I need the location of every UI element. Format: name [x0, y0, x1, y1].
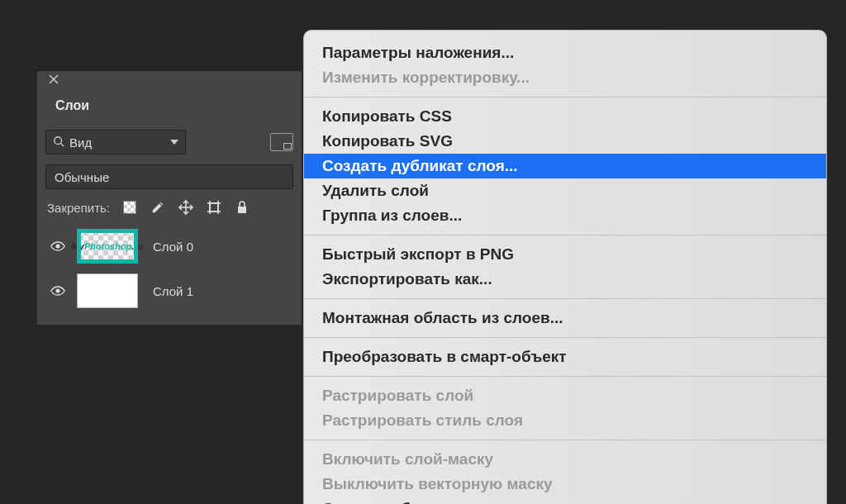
layer-thumbnail-1[interactable]: [77, 273, 138, 308]
context-menu-item[interactable]: Копировать SVG: [304, 129, 826, 154]
layer-context-menu: Параметры наложения...Изменить корректир…: [303, 30, 827, 504]
context-menu-item: Включить слой-маску: [304, 447, 826, 472]
lock-all-icon[interactable]: [234, 199, 250, 216]
svg-point-12: [56, 289, 60, 293]
blend-mode-label: Обычные: [55, 170, 284, 184]
svg-line-3: [61, 143, 64, 146]
panel-body: Вид Обычные Закрепить:: [37, 121, 302, 325]
search-icon: [53, 136, 64, 150]
layer-row-0[interactable]: MyPhotoshop.ru Слой 0: [45, 224, 293, 269]
layer-name-1[interactable]: Слой 1: [153, 284, 193, 298]
context-menu-item[interactable]: Преобразовать в смарт-объект: [304, 345, 826, 369]
context-menu-item[interactable]: Экспортировать как...: [304, 267, 826, 292]
layer-name-0[interactable]: Слой 0: [153, 240, 193, 254]
lock-row: Закрепить:: [45, 199, 293, 216]
context-menu-item: Изменить корректировку...: [304, 65, 826, 90]
lock-artboard-icon[interactable]: [206, 199, 222, 216]
layers-filter-row: Вид: [45, 130, 293, 155]
context-menu-item[interactable]: Быстрый экспорт в PNG: [304, 242, 826, 267]
context-menu-separator: [304, 440, 826, 440]
blend-mode-row: Обычные: [45, 164, 293, 189]
context-menu-item[interactable]: Параметры наложения...: [304, 31, 826, 65]
lock-transparency-icon[interactable]: [121, 199, 138, 216]
visibility-toggle-0[interactable]: [47, 240, 69, 253]
context-menu-separator: [304, 97, 826, 97]
filter-image-toggle[interactable]: [270, 133, 293, 151]
context-menu-separator: [304, 337, 826, 338]
svg-point-11: [56, 245, 60, 249]
context-menu-item: Выключить векторную маску: [304, 472, 826, 497]
context-menu-item: Растрировать слой: [304, 383, 826, 408]
context-menu-separator: [304, 376, 826, 377]
context-menu-item[interactable]: Группа из слоев...: [304, 203, 826, 228]
lock-position-icon[interactable]: [178, 199, 194, 216]
layers-panel: Слои Вид Обычные Закрепить:: [37, 71, 302, 325]
context-menu-item[interactable]: Создать обтравочную маску: [304, 497, 826, 504]
layer-row-1[interactable]: Слой 1: [45, 269, 293, 313]
lock-pixels-icon[interactable]: [150, 199, 166, 216]
visibility-toggle-1[interactable]: [47, 284, 69, 297]
context-menu-separator: [304, 298, 826, 299]
svg-rect-6: [210, 203, 218, 212]
svg-point-2: [55, 136, 62, 144]
context-menu-item[interactable]: Удалить слой: [304, 178, 826, 203]
context-menu-item[interactable]: Монтажная область из слоев...: [304, 306, 826, 330]
layer-filter-label: Вид: [69, 136, 165, 150]
blend-mode-dropdown[interactable]: Обычные: [45, 164, 293, 189]
panel-tabs: Слои: [37, 71, 302, 121]
close-panel-button[interactable]: [45, 71, 62, 88]
layer-thumbnail-0[interactable]: MyPhotoshop.ru: [77, 229, 138, 264]
tab-layers[interactable]: Слои: [40, 89, 104, 121]
layer-filter-dropdown[interactable]: Вид: [45, 130, 186, 155]
lock-label: Закрепить:: [47, 201, 110, 215]
context-menu-separator: [304, 235, 826, 235]
context-menu-item: Растрировать стиль слоя: [304, 408, 826, 433]
chevron-down-icon: [170, 140, 178, 145]
context-menu-item[interactable]: Копировать CSS: [304, 104, 826, 129]
context-menu-item[interactable]: Создать дубликат слоя...: [304, 154, 826, 178]
